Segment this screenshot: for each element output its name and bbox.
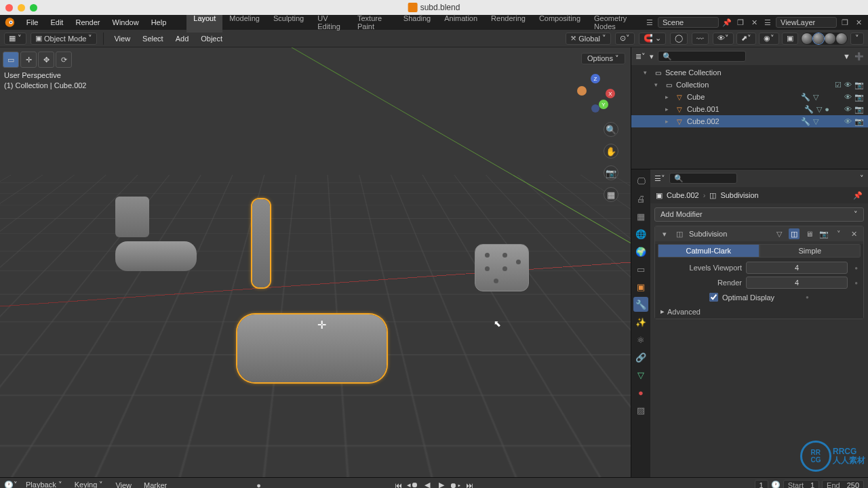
properties-tab-material[interactable]: ● xyxy=(633,385,648,400)
properties-tab-render[interactable]: 🖵 xyxy=(633,174,648,188)
navigation-gizmo[interactable]: Z X Y xyxy=(574,72,617,115)
modifier-icon[interactable]: 🔧 xyxy=(801,117,810,126)
workspace-tab-shading[interactable]: Shading xyxy=(397,12,437,33)
modifier-expand-icon[interactable]: ▾ xyxy=(659,228,670,239)
visibility-icon[interactable]: 👁 xyxy=(844,105,852,114)
select-tool[interactable]: ▭ xyxy=(3,52,19,68)
animate-dot-icon[interactable]: ● xyxy=(854,280,858,286)
jump-to-end-button[interactable]: ⏭ xyxy=(464,480,476,489)
mesh-cube-001[interactable] xyxy=(475,244,536,298)
disclosure-icon[interactable]: ▸ xyxy=(665,94,672,100)
properties-options-icon[interactable]: ˅ xyxy=(860,174,864,183)
modifier-extras-icon[interactable]: ˅ xyxy=(833,228,844,239)
perspective-toggle-icon[interactable]: ▦ xyxy=(604,187,618,202)
timeline-editor-type[interactable]: 🕐˅ xyxy=(4,481,18,488)
modifier-render-icon[interactable]: 📷 xyxy=(818,228,829,239)
maximize-window-button[interactable] xyxy=(30,4,37,12)
viewport-menu-object[interactable]: Object xyxy=(197,33,226,44)
gizmo-toggle[interactable]: ⬈˅ xyxy=(736,33,756,45)
mesh-data-icon[interactable]: ▽ xyxy=(813,117,818,126)
workspace-tab-compositing[interactable]: Compositing xyxy=(532,12,587,33)
properties-tab-particles[interactable]: ✨ xyxy=(633,314,648,329)
xray-toggle[interactable]: ▣ xyxy=(782,33,798,45)
pin-icon[interactable]: 📌 xyxy=(853,191,863,200)
scene-pin-icon[interactable]: 📌 xyxy=(722,17,732,28)
proportional-edit-toggle[interactable]: ◯ xyxy=(670,33,688,45)
outliner-new-collection-icon[interactable]: ➕ xyxy=(854,52,864,61)
shading-solid-button[interactable] xyxy=(813,33,824,44)
play-reverse-button[interactable]: ◀ xyxy=(421,480,433,489)
workspace-tab-uv-editing[interactable]: UV Editing xyxy=(311,12,351,33)
mode-selector[interactable]: ▣ Object Mode ˅ xyxy=(31,33,97,45)
optimal-display-checkbox[interactable] xyxy=(709,293,718,302)
properties-tab-constraints[interactable]: 🔗 xyxy=(633,350,648,365)
shading-options-dropdown[interactable]: ˅ xyxy=(850,33,864,45)
cursor-tool[interactable]: ✛ xyxy=(20,52,37,68)
outliner-item-cube[interactable]: ▸ ▽ Cube 🔧 ▽ 👁 📷 xyxy=(631,91,868,103)
outliner-editor-type[interactable]: ≣˅ xyxy=(635,52,646,61)
editor-type-selector[interactable]: ▦ ˅ xyxy=(4,33,26,45)
render-icon[interactable]: 📷 xyxy=(854,93,864,102)
disclosure-icon[interactable]: ▸ xyxy=(665,106,672,113)
properties-tab-physics[interactable]: ⚛ xyxy=(633,332,648,347)
breadcrumb-object[interactable]: Cube.002 xyxy=(667,191,699,199)
outliner-scene-collection[interactable]: ▾ ▭ Scene Collection xyxy=(631,66,868,79)
properties-tab-output[interactable]: 🖨 xyxy=(633,191,648,206)
render-icon[interactable]: 📷 xyxy=(854,81,864,89)
modifier-edit-mode-icon[interactable]: ▽ xyxy=(774,228,785,239)
viewlayer-new-icon[interactable]: ❐ xyxy=(840,17,850,28)
subdivision-catmull-clark-button[interactable]: Catmull-Clark xyxy=(658,244,760,258)
scene-name-field[interactable] xyxy=(658,17,719,28)
workspace-tab-modeling[interactable]: Modeling xyxy=(222,12,267,33)
scene-new-icon[interactable]: ❐ xyxy=(735,17,746,28)
pan-icon[interactable]: ✋ xyxy=(604,144,618,159)
exclude-checkbox[interactable]: ☑ xyxy=(835,81,842,89)
viewlayer-name-field[interactable] xyxy=(776,17,837,28)
shading-rendered-button[interactable] xyxy=(836,33,847,44)
modifier-icon[interactable]: 🔧 xyxy=(801,93,810,102)
viewlayer-delete-icon[interactable]: ✕ xyxy=(853,17,864,28)
jump-to-start-button[interactable]: ⏮ xyxy=(393,480,405,489)
shading-material-button[interactable] xyxy=(825,33,835,44)
animate-dot-icon[interactable]: ● xyxy=(854,265,858,271)
end-frame-field[interactable]: End 250 xyxy=(822,480,864,489)
menu-render[interactable]: Render xyxy=(70,17,105,28)
workspace-tab-rendering[interactable]: Rendering xyxy=(484,12,532,33)
mesh-data-icon[interactable]: ▽ xyxy=(816,105,822,114)
3d-viewport[interactable]: ▭ ✛ ✥ ⟳ User Perspective (1) Collection … xyxy=(0,47,631,477)
jump-keyframe-forward-button[interactable]: ⏺▸ xyxy=(450,480,462,489)
render-levels-field[interactable]: 4 xyxy=(746,277,848,289)
breadcrumb-modifier[interactable]: Subdivision xyxy=(720,191,758,199)
add-modifier-dropdown[interactable]: Add Modifier ˅ xyxy=(654,207,864,222)
advanced-panel-toggle[interactable]: ▸ Advanced xyxy=(655,304,863,319)
preview-range-toggle[interactable]: 🕐 xyxy=(771,481,781,488)
outliner-search-input[interactable] xyxy=(658,51,746,62)
modifier-name[interactable]: Subdivision xyxy=(689,230,770,238)
disclosure-icon[interactable]: ▸ xyxy=(665,118,672,125)
minimize-window-button[interactable] xyxy=(18,4,25,12)
properties-tab-data[interactable]: ▽ xyxy=(633,367,648,382)
viewport-options-dropdown[interactable]: Options ˅ xyxy=(581,53,625,64)
zoom-icon[interactable]: 🔍 xyxy=(604,122,618,137)
rotate-tool[interactable]: ⟳ xyxy=(56,52,72,68)
properties-tab-viewlayer[interactable]: ▦ xyxy=(633,209,648,224)
properties-tab-collection[interactable]: ▭ xyxy=(633,262,648,277)
orientation-selector[interactable]: ⤧ Global ˅ xyxy=(566,33,611,45)
modifier-cage-icon[interactable]: ◫ xyxy=(789,228,800,239)
scene-browse-icon[interactable]: ☰ xyxy=(644,17,655,28)
modifier-icon[interactable]: 🔧 xyxy=(804,105,814,114)
menu-edit[interactable]: Edit xyxy=(45,17,68,28)
shading-wireframe-button[interactable] xyxy=(802,33,812,44)
play-button[interactable]: ▶ xyxy=(435,480,448,489)
properties-search-input[interactable] xyxy=(669,173,737,184)
workspace-tab-geometry-nodes[interactable]: Geometry Nodes xyxy=(587,12,643,33)
timeline-menu-keying[interactable]: Keying ˅ xyxy=(71,479,108,488)
viewport-menu-view[interactable]: View xyxy=(110,33,134,44)
modifier-delete-icon[interactable]: ✕ xyxy=(848,228,859,239)
mesh-cube[interactable] xyxy=(115,197,203,271)
disclosure-icon[interactable]: ▾ xyxy=(654,81,661,88)
visibility-icon[interactable]: 👁 xyxy=(844,81,852,89)
outliner-collection[interactable]: ▾ ▭ Collection ☑ 👁 📷 xyxy=(631,79,868,91)
curve-falloff-icon[interactable]: 〰 xyxy=(692,33,709,45)
workspace-tab-sculpting[interactable]: Sculpting xyxy=(267,12,311,33)
